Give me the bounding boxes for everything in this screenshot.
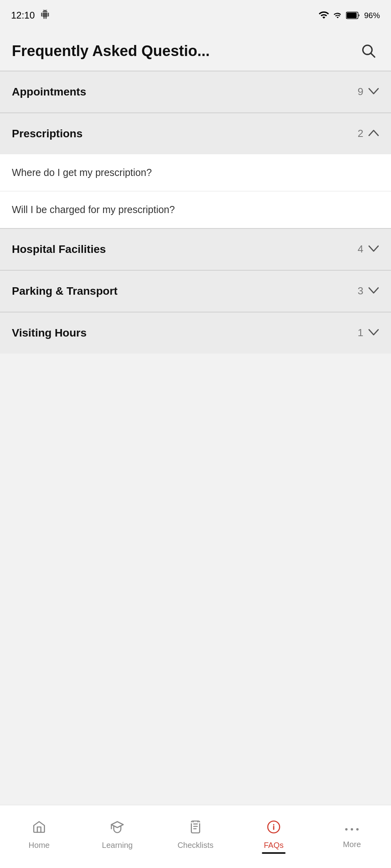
faq-section-parking-transport: Parking & Transport 3 (0, 271, 391, 312)
battery-icon (346, 11, 360, 20)
faq-section-prescriptions: Prescriptions 2 Where do I get my prescr… (0, 113, 391, 228)
active-tab-indicator (262, 852, 286, 854)
svg-point-13 (351, 828, 353, 831)
svg-line-3 (371, 54, 375, 57)
bottom-navigation: Home Learning Checklists (0, 805, 391, 868)
hospital-facilities-header[interactable]: Hospital Facilities 4 (0, 229, 391, 270)
appointments-meta: 9 (358, 86, 379, 98)
prescriptions-meta: 2 (358, 127, 379, 140)
svg-rect-1 (347, 13, 357, 18)
faqs-label: FAQs (264, 841, 284, 850)
visiting-hours-meta: 1 (358, 327, 379, 339)
prescriptions-header[interactable]: Prescriptions 2 (0, 113, 391, 154)
faqs-icon (267, 820, 281, 838)
home-icon (32, 820, 46, 838)
learning-icon (110, 820, 124, 838)
faq-item[interactable]: Will I be charged for my prescription? (0, 191, 391, 228)
nav-item-home[interactable]: Home (0, 816, 78, 854)
hospital-facilities-meta: 4 (358, 243, 379, 255)
battery-percentage: 96% (364, 11, 380, 20)
svg-point-14 (356, 828, 359, 831)
search-icon (360, 43, 376, 58)
more-label: More (343, 840, 361, 849)
faq-section-hospital-facilities: Hospital Facilities 4 (0, 229, 391, 270)
svg-point-12 (345, 828, 348, 831)
search-button[interactable] (357, 39, 379, 63)
appointments-title: Appointments (12, 86, 86, 98)
prescriptions-title: Prescriptions (12, 127, 83, 140)
more-icon (345, 820, 359, 837)
signal-icon (333, 11, 342, 20)
parking-transport-meta: 3 (358, 285, 379, 297)
nav-item-faqs[interactable]: FAQs (235, 816, 313, 854)
hospital-facilities-count: 4 (358, 243, 363, 255)
parking-transport-chevron-icon (368, 286, 379, 296)
appointments-chevron-icon (368, 87, 379, 97)
faq-section-appointments: Appointments 9 (0, 71, 391, 112)
visiting-hours-header[interactable]: Visiting Hours 1 (0, 312, 391, 354)
svg-rect-8 (191, 822, 200, 823)
android-icon (40, 9, 50, 21)
parking-transport-count: 3 (358, 285, 363, 297)
nav-item-checklists[interactable]: Checklists (156, 816, 235, 854)
visiting-hours-count: 1 (358, 327, 363, 339)
faq-item[interactable]: Where do I get my prescription? (0, 154, 391, 191)
parking-transport-header[interactable]: Parking & Transport 3 (0, 271, 391, 312)
status-bar: 12:10 96% (0, 0, 391, 28)
appointments-count: 9 (358, 86, 363, 98)
visiting-hours-title: Visiting Hours (12, 327, 86, 339)
checklists-icon (188, 820, 203, 838)
prescriptions-chevron-icon (368, 129, 379, 139)
appointments-header[interactable]: Appointments 9 (0, 71, 391, 112)
learning-label: Learning (102, 841, 133, 850)
checklists-label: Checklists (177, 841, 213, 850)
faq-section-visiting-hours: Visiting Hours 1 (0, 312, 391, 354)
page-header: Frequently Asked Questio... (0, 28, 391, 71)
prescriptions-items: Where do I get my prescription? Will I b… (0, 154, 391, 228)
nav-item-more[interactable]: More (313, 816, 391, 853)
parking-transport-title: Parking & Transport (12, 285, 118, 297)
hospital-facilities-chevron-icon (368, 244, 379, 254)
visiting-hours-chevron-icon (368, 328, 379, 338)
wifi-icon (318, 11, 329, 20)
prescriptions-count: 2 (358, 127, 363, 140)
nav-item-learning[interactable]: Learning (78, 816, 156, 854)
hospital-facilities-title: Hospital Facilities (12, 243, 106, 256)
page-title: Frequently Asked Questio... (12, 43, 210, 60)
status-right-icons: 96% (318, 11, 380, 20)
home-label: Home (28, 841, 49, 850)
faq-content: Appointments 9 Prescriptions 2 (0, 71, 391, 354)
status-time: 12:10 (11, 10, 35, 21)
